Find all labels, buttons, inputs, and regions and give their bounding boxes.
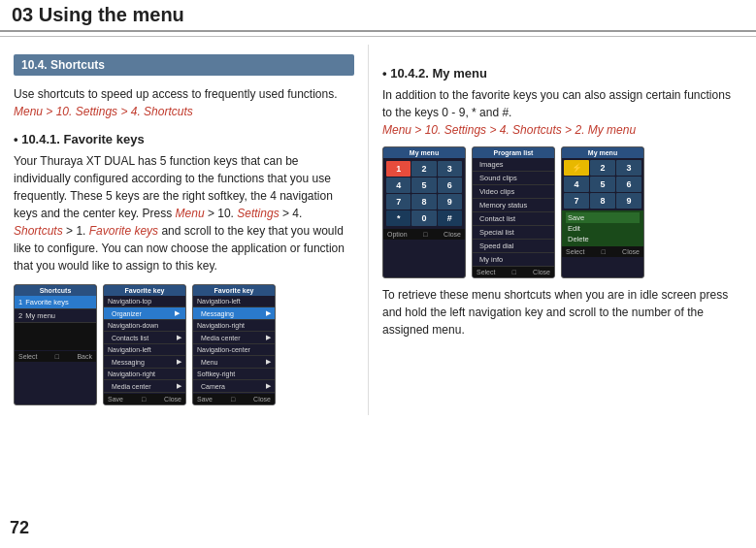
fav-nav-right: Navigation-right bbox=[104, 369, 185, 380]
fav2-media: Media center ▶ bbox=[193, 332, 275, 344]
left-column: 10.4. Shortcuts Use shortcuts to speed u… bbox=[0, 45, 369, 415]
num-3: 3 bbox=[438, 161, 462, 177]
num-5: 5 bbox=[411, 177, 436, 193]
menu-path-1: Menu > 10. Settings > 4. Shortcuts bbox=[14, 105, 193, 118]
page-title: 03 Using the menu bbox=[12, 4, 744, 26]
fav-nav-left: Navigation-left bbox=[104, 344, 185, 356]
fav2-camera: Camera ▶ bbox=[193, 380, 275, 393]
page-number: 72 bbox=[10, 518, 29, 538]
prog-special: Special list bbox=[473, 226, 554, 240]
num-2: 2 bbox=[411, 161, 436, 177]
fav-media: Media center ▶ bbox=[104, 380, 185, 393]
fav-key-screen1-title: Favorite key bbox=[104, 285, 185, 296]
fav2-menu: Menu ▶ bbox=[193, 356, 275, 369]
main-content: 10.4. Shortcuts Use shortcuts to speed u… bbox=[0, 45, 756, 415]
favorite-key-screen-1: Favorite key Navigation-top Organizer ▶ … bbox=[103, 284, 186, 405]
mymenu-num-7b: 7 bbox=[564, 193, 589, 209]
fav-key-screen2-title: Favorite key bbox=[193, 285, 275, 296]
mymenu-num-8b: 8 bbox=[590, 193, 615, 209]
section-header: 10.4. Shortcuts bbox=[14, 54, 354, 76]
num-star: * bbox=[386, 210, 411, 226]
mymenu-num-3b: 3 bbox=[616, 160, 641, 176]
subsection-1-screens: Shortcuts 1 Favorite keys 2 My menu Sele… bbox=[14, 284, 354, 405]
mymenu-actions-screen: My menu ⚡ 2 3 4 5 6 7 8 9 Save Edit Dele… bbox=[561, 146, 644, 278]
mymenu-num-lightning: ⚡ bbox=[564, 160, 589, 176]
mymenu-num-4b: 4 bbox=[564, 177, 589, 192]
subsection-1-body: Your Thuraya XT DUAL has 5 function keys… bbox=[14, 152, 354, 274]
fav-screen2-bottom: Save □ Close bbox=[193, 394, 275, 404]
num-9: 9 bbox=[438, 194, 462, 210]
action-delete: Delete bbox=[566, 234, 640, 244]
action-save: Save bbox=[566, 212, 640, 223]
screen-item-my-menu: 2 My menu bbox=[15, 309, 96, 323]
number-grid: 1 2 3 4 5 6 7 8 9 * 0 # bbox=[383, 158, 465, 229]
screen-item-favorite-keys: 1 Favorite keys bbox=[15, 296, 96, 309]
mymenu-screen1-title: My menu bbox=[383, 147, 465, 158]
num-hash: # bbox=[438, 210, 462, 226]
subsection-2-heading: • 10.4.2. My menu bbox=[382, 66, 742, 81]
fav-screen1-bottom: Save □ Close bbox=[104, 394, 185, 404]
program-list-title: Program list bbox=[473, 147, 554, 158]
mymenu-num-6b: 6 bbox=[616, 177, 641, 192]
fav2-nav-right: Navigation-right bbox=[193, 320, 275, 332]
shortcuts-screen-title: Shortcuts bbox=[15, 285, 96, 296]
subsection-2-body2: To retrieve these menu shortcuts when yo… bbox=[382, 286, 742, 338]
action-edit: Edit bbox=[566, 223, 640, 234]
prog-myinfo: My info bbox=[473, 253, 554, 267]
subsection-2-body1: In addition to the favorite keys you can… bbox=[382, 86, 742, 139]
favorite-key-screen-2: Favorite key Navigation-left Messaging ▶… bbox=[192, 284, 276, 405]
mymenu-numgrid-screen: My menu 1 2 3 4 5 6 7 8 9 * 0 # Option bbox=[382, 146, 466, 278]
mymenu-num-grid: ⚡ 2 3 4 5 6 7 8 9 bbox=[562, 158, 643, 210]
subsection-2-screens: My menu 1 2 3 4 5 6 7 8 9 * 0 # Option bbox=[382, 146, 742, 278]
mymenu-screen3-title: My menu bbox=[562, 147, 643, 158]
prog-contact: Contact list bbox=[473, 212, 554, 226]
fav-nav-down: Navigation-down bbox=[104, 320, 185, 332]
num-8: 8 bbox=[411, 194, 436, 210]
num-1: 1 bbox=[386, 161, 411, 177]
prog-speed: Speed dial bbox=[473, 240, 554, 253]
num-0: 0 bbox=[411, 210, 436, 226]
fav2-softkey: Softkey-right bbox=[193, 369, 275, 380]
prog-memory: Memory status bbox=[473, 199, 554, 212]
fav-messaging: Messaging ▶ bbox=[104, 356, 185, 369]
mymenu-num-5b: 5 bbox=[590, 177, 615, 192]
right-column: • 10.4.2. My menu In addition to the fav… bbox=[369, 45, 756, 415]
prog-video: Video clips bbox=[473, 185, 554, 199]
num-4: 4 bbox=[386, 177, 411, 193]
shortcuts-screen-bottom: Select □ Back bbox=[15, 351, 96, 362]
num-7: 7 bbox=[386, 194, 411, 210]
program-list-screen: Program list Images Sound clips Video cl… bbox=[472, 146, 555, 278]
fav2-nav-left: Navigation-left bbox=[193, 296, 275, 307]
intro-text: Use shortcuts to speed up access to freq… bbox=[14, 85, 354, 120]
mymenu-num-2b: 2 bbox=[590, 160, 615, 176]
page-header: 03 Using the menu bbox=[0, 0, 756, 32]
prog-sound: Sound clips bbox=[473, 172, 554, 185]
subsection-1-heading: • 10.4.1. Favorite keys bbox=[14, 132, 354, 146]
mymenu-actions-panel: Save Edit Delete bbox=[562, 210, 643, 246]
menu-path-2: Menu > 10. Settings > 4. Shortcuts > 2. … bbox=[382, 123, 636, 137]
fav-organizer: Organizer ▶ bbox=[104, 307, 185, 320]
fav-nav-top: Navigation-top bbox=[104, 296, 185, 307]
num-6: 6 bbox=[438, 177, 462, 193]
program-list-bottom: Select □ Close bbox=[473, 267, 554, 277]
mymenu-screen3-bottom: Select □ Close bbox=[562, 246, 643, 257]
shortcuts-screen: Shortcuts 1 Favorite keys 2 My menu Sele… bbox=[14, 284, 97, 405]
mymenu-screen1-bottom: Option □ Close bbox=[383, 229, 465, 240]
fav-contacts: Contacts list ▶ bbox=[104, 332, 185, 344]
fav2-messaging: Messaging ▶ bbox=[193, 307, 275, 320]
mymenu-num-9b: 9 bbox=[616, 193, 641, 209]
fav2-nav-center: Navigation-center bbox=[193, 344, 275, 356]
prog-images: Images bbox=[473, 158, 554, 172]
